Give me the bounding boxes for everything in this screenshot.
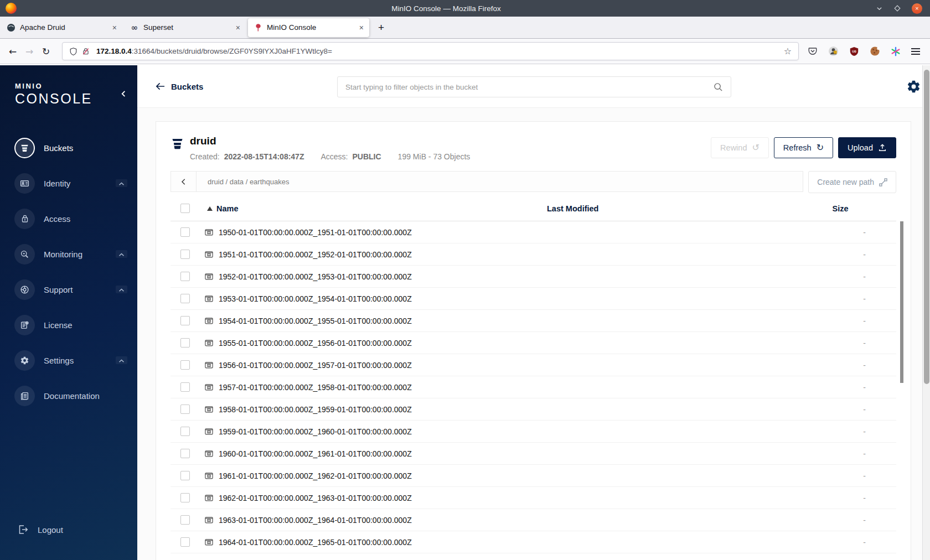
new-tab-button[interactable]: + bbox=[378, 22, 384, 33]
sparkle-extension-icon[interactable] bbox=[891, 46, 901, 56]
pocket-icon[interactable] bbox=[808, 46, 818, 56]
table-row[interactable]: 1951-01-01T00:00:00.000Z_1952-01-01T00:0… bbox=[170, 243, 896, 266]
back-arrow-icon bbox=[156, 82, 165, 90]
padlock-icon bbox=[20, 214, 29, 223]
table-scrollbar-thumb[interactable] bbox=[900, 221, 903, 383]
sidebar-item-identity[interactable]: Identity bbox=[0, 165, 137, 201]
select-all-checkbox[interactable] bbox=[180, 204, 190, 213]
tracking-shield-icon[interactable] bbox=[69, 47, 78, 56]
sidebar-collapse-icon[interactable] bbox=[120, 90, 127, 98]
row-checkbox[interactable] bbox=[180, 515, 190, 525]
browser-forward-icon[interactable]: → bbox=[21, 46, 38, 57]
sidebar-item-buckets[interactable]: Buckets bbox=[0, 130, 137, 165]
table-row[interactable]: 1955-01-01T00:00:00.000Z_1956-01-01T00:0… bbox=[170, 332, 896, 354]
row-checkbox[interactable] bbox=[180, 471, 190, 480]
sidebar-item-monitoring[interactable]: Monitoring bbox=[0, 236, 137, 272]
row-checkbox[interactable] bbox=[180, 250, 190, 259]
tab-close-icon[interactable]: × bbox=[236, 23, 240, 32]
row-checkbox[interactable] bbox=[180, 537, 190, 547]
upload-label: Upload bbox=[848, 143, 873, 152]
proxy-extension-icon[interactable] bbox=[828, 46, 839, 56]
row-checkbox[interactable] bbox=[180, 338, 190, 348]
table-row[interactable]: 1960-01-01T00:00:00.000Z_1961-01-01T00:0… bbox=[170, 443, 896, 465]
object-size: - bbox=[797, 317, 896, 325]
column-header-last-modified[interactable]: Last Modified bbox=[547, 204, 797, 213]
logout-label: Logout bbox=[38, 525, 63, 535]
column-header-name[interactable]: Name bbox=[216, 204, 239, 213]
table-row[interactable]: 1958-01-01T00:00:00.000Z_1959-01-01T00:0… bbox=[170, 398, 896, 421]
row-checkbox[interactable] bbox=[180, 493, 190, 502]
window-minimize-icon[interactable] bbox=[876, 5, 883, 12]
tab-superset[interactable]: ∞ Superset × bbox=[125, 18, 246, 37]
cookie-extension-icon[interactable] bbox=[870, 46, 880, 56]
create-new-path-button[interactable]: Create new path bbox=[808, 171, 896, 193]
settings-gear-button[interactable] bbox=[906, 79, 921, 94]
path-back-button[interactable] bbox=[171, 172, 197, 191]
table-row[interactable]: 1959-01-01T00:00:00.000Z_1960-01-01T00:0… bbox=[170, 421, 896, 443]
row-checkbox[interactable] bbox=[180, 294, 190, 303]
identity-card-icon bbox=[20, 179, 29, 188]
tab-close-icon[interactable]: × bbox=[112, 23, 117, 32]
chevron-up-icon[interactable] bbox=[116, 356, 127, 364]
row-checkbox[interactable] bbox=[180, 272, 190, 281]
object-filter-searchbox[interactable] bbox=[337, 76, 731, 97]
sidebar-item-access[interactable]: Access bbox=[0, 201, 137, 236]
ublock-icon[interactable]: U0 bbox=[849, 46, 859, 56]
table-row[interactable]: 1962-01-01T00:00:00.000Z_1963-01-01T00:0… bbox=[170, 487, 896, 509]
screen: MinIO Console — Mozilla Firefox × Apache… bbox=[0, 0, 930, 560]
column-header-size[interactable]: Size bbox=[797, 204, 896, 213]
sidebar-item-support[interactable]: Support bbox=[0, 272, 137, 307]
table-row[interactable]: 1961-01-01T00:00:00.000Z_1962-01-01T00:0… bbox=[170, 465, 896, 487]
sidebar-item-settings[interactable]: Settings bbox=[0, 343, 137, 378]
sort-ascending-icon[interactable] bbox=[207, 206, 213, 211]
window-maximize-icon[interactable] bbox=[894, 5, 901, 12]
object-folder-icon bbox=[204, 227, 214, 237]
table-row[interactable]: 1956-01-01T00:00:00.000Z_1957-01-01T00:0… bbox=[170, 354, 896, 376]
browser-back-icon[interactable]: ← bbox=[4, 46, 21, 57]
sidebar-item-license[interactable]: License bbox=[0, 307, 137, 343]
sidebar-item-logout[interactable]: Logout bbox=[0, 517, 137, 542]
row-checkbox[interactable] bbox=[180, 382, 190, 392]
table-row[interactable]: 1950-01-01T00:00:00.000Z_1951-01-01T00:0… bbox=[170, 221, 896, 243]
url-text[interactable]: 172.18.0.4:31664/buckets/druid/browse/ZG… bbox=[96, 47, 784, 55]
object-browser: druid / data / earthquakes Create new pa… bbox=[156, 171, 911, 553]
refresh-button[interactable]: Refresh ↻ bbox=[774, 137, 833, 158]
rewind-button[interactable]: Rewind ↺ bbox=[711, 137, 769, 158]
table-row[interactable]: 1963-01-01T00:00:00.000Z_1964-01-01T00:0… bbox=[170, 509, 896, 531]
sidebar-item-documentation[interactable]: Documentation bbox=[0, 378, 137, 413]
bookmark-star-icon[interactable]: ☆ bbox=[784, 46, 792, 56]
sidebar: MINIO CONSOLE Buckets Identity Acce bbox=[0, 65, 137, 560]
page-scrollbar-thumb[interactable] bbox=[924, 70, 929, 384]
table-row[interactable]: 1953-01-01T00:00:00.000Z_1954-01-01T00:0… bbox=[170, 288, 896, 310]
object-size: - bbox=[797, 272, 896, 281]
tab-minio-console[interactable]: MinIO Console × bbox=[248, 18, 369, 37]
table-row[interactable]: 1952-01-01T00:00:00.000Z_1953-01-01T00:0… bbox=[170, 266, 896, 288]
window-close-icon[interactable]: × bbox=[912, 3, 922, 14]
object-folder-icon bbox=[204, 338, 214, 348]
menu-hamburger-icon[interactable] bbox=[911, 48, 920, 55]
chevron-up-icon[interactable] bbox=[116, 179, 127, 187]
row-checkbox[interactable] bbox=[180, 316, 190, 325]
tab-apache-druid[interactable]: Apache Druid × bbox=[1, 18, 122, 37]
browser-reload-icon[interactable]: ↻ bbox=[38, 46, 54, 57]
objects-table: Name Last Modified Size bbox=[170, 196, 896, 553]
table-row[interactable]: 1954-01-01T00:00:00.000Z_1955-01-01T00:0… bbox=[170, 310, 896, 332]
table-row[interactable]: 1964-01-01T00:00:00.000Z_1965-01-01T00:0… bbox=[170, 531, 896, 553]
row-checkbox[interactable] bbox=[180, 427, 190, 436]
table-row[interactable]: 1957-01-01T00:00:00.000Z_1958-01-01T00:0… bbox=[170, 376, 896, 398]
chevron-up-icon[interactable] bbox=[116, 250, 127, 258]
row-checkbox[interactable] bbox=[180, 449, 190, 458]
insecure-lock-icon[interactable] bbox=[82, 47, 90, 56]
url-bar[interactable]: 172.18.0.4:31664/buckets/druid/browse/ZG… bbox=[62, 42, 799, 60]
tab-close-icon[interactable]: × bbox=[359, 23, 364, 32]
svg-text:U0: U0 bbox=[852, 50, 856, 53]
chevron-up-icon[interactable] bbox=[116, 286, 127, 293]
search-input[interactable] bbox=[345, 83, 714, 91]
page-scrollbar[interactable] bbox=[922, 65, 930, 560]
upload-button[interactable]: Upload bbox=[838, 137, 896, 158]
row-checkbox[interactable] bbox=[180, 360, 190, 370]
row-checkbox[interactable] bbox=[180, 227, 190, 237]
back-to-buckets-button[interactable]: Buckets bbox=[156, 82, 203, 91]
sidebar-item-label: Support bbox=[44, 285, 73, 294]
row-checkbox[interactable] bbox=[180, 405, 190, 414]
